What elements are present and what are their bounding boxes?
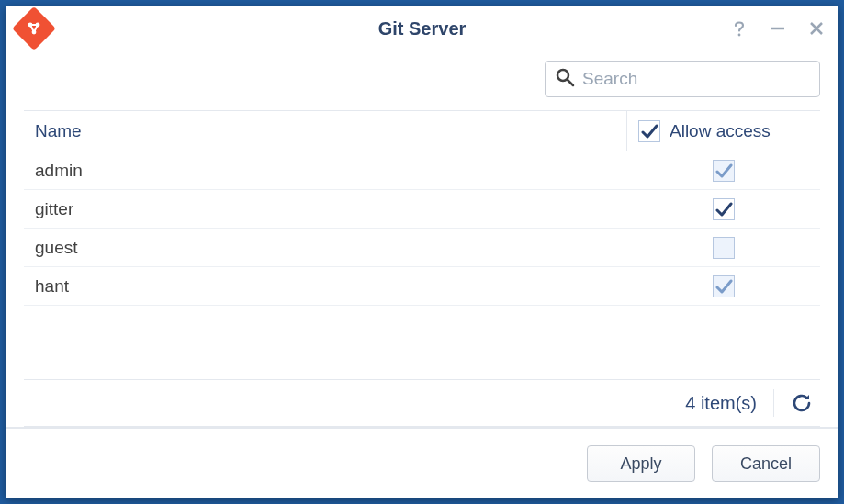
window-controls xyxy=(730,19,826,38)
close-button[interactable] xyxy=(807,19,826,38)
titlebar: Git Server xyxy=(6,6,838,51)
git-server-window: Git Server Name xyxy=(6,6,838,498)
header-allow-checkbox[interactable] xyxy=(638,120,660,142)
allow-checkbox[interactable] xyxy=(713,198,735,220)
cell-allow xyxy=(627,237,820,259)
search-icon xyxy=(555,67,575,91)
svg-point-3 xyxy=(738,34,741,37)
allow-checkbox[interactable] xyxy=(713,275,735,297)
users-table: Name Allow access admingitterguesthant xyxy=(24,110,820,379)
action-bar: Apply Cancel xyxy=(6,427,838,498)
refresh-button[interactable] xyxy=(791,392,813,414)
table-row[interactable]: admin xyxy=(24,151,820,190)
column-header-name[interactable]: Name xyxy=(24,111,627,151)
help-button[interactable] xyxy=(730,19,748,38)
cell-name: guest xyxy=(24,238,627,258)
svg-line-6 xyxy=(568,80,573,85)
search-row xyxy=(24,51,820,110)
table-body: admingitterguesthant xyxy=(24,151,820,306)
cell-allow xyxy=(627,198,820,220)
minimize-button[interactable] xyxy=(769,19,787,38)
apply-button[interactable]: Apply xyxy=(587,445,695,482)
column-header-allow-label: Allow access xyxy=(670,121,771,141)
item-count: 4 item(s) xyxy=(685,393,757,414)
allow-checkbox[interactable] xyxy=(713,237,735,259)
allow-checkbox[interactable] xyxy=(713,160,735,182)
cancel-button[interactable]: Cancel xyxy=(712,445,820,482)
column-header-allow[interactable]: Allow access xyxy=(627,111,820,151)
git-icon xyxy=(12,6,56,50)
window-title: Git Server xyxy=(6,18,838,39)
table-row[interactable]: guest xyxy=(24,229,820,267)
search-input[interactable] xyxy=(582,69,810,89)
cell-allow xyxy=(627,160,820,182)
cell-name: hant xyxy=(24,276,627,297)
cell-name: admin xyxy=(24,161,627,181)
search-box[interactable] xyxy=(545,61,820,97)
footer-divider xyxy=(773,389,774,417)
content-area: Name Allow access admingitterguesthant 4… xyxy=(6,51,838,427)
cell-allow xyxy=(627,275,820,297)
table-row[interactable]: hant xyxy=(24,267,820,306)
cell-name: gitter xyxy=(24,199,627,219)
table-footer: 4 item(s) xyxy=(24,379,820,427)
table-header: Name Allow access xyxy=(24,111,820,151)
table-row[interactable]: gitter xyxy=(24,190,820,229)
